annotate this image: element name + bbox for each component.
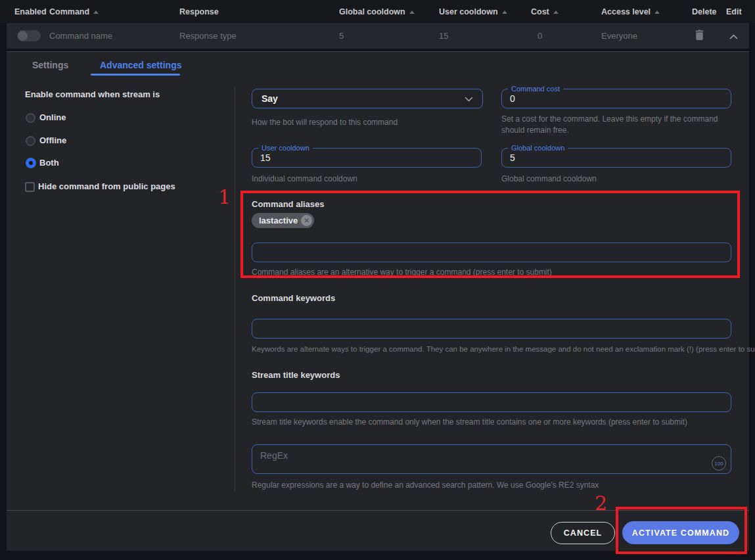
remove-alias-icon[interactable]: ✕ — [301, 215, 312, 226]
keywords-title: Command keywords — [252, 293, 335, 303]
chevron-down-icon — [465, 93, 473, 105]
radio-both-label[interactable]: Both — [39, 158, 59, 168]
enabled-toggle[interactable] — [17, 30, 41, 41]
sort-asc-icon — [409, 11, 415, 14]
command-editor-page: Enabled Command Response Global cooldown… — [0, 0, 755, 560]
column-global-cooldown[interactable]: Global cooldown — [339, 0, 415, 23]
stream-title-keywords-input[interactable] — [252, 392, 731, 412]
radio-offline-label[interactable]: Offline — [39, 135, 66, 145]
chevron-up-icon — [729, 30, 738, 42]
radio-offline[interactable] — [26, 136, 35, 146]
tab-settings[interactable]: Settings — [32, 60, 68, 70]
aliases-helper: Command aliases are an alternative way t… — [252, 268, 552, 277]
hide-command-label[interactable]: Hide command from public pages — [38, 181, 175, 191]
access-level-cell: Everyone — [601, 23, 637, 49]
keywords-helper: Keywords are alternate ways to trigger a… — [252, 345, 755, 353]
char-counter-badge: 100 — [712, 456, 726, 471]
activate-command-button[interactable]: ACTIVATE COMMAND — [622, 521, 739, 544]
sort-asc-icon — [502, 11, 507, 14]
aliases-title: Command aliases — [252, 199, 325, 209]
hide-command-checkbox[interactable] — [25, 182, 35, 192]
alias-chip: lastactive ✕ — [252, 213, 314, 228]
regex-input[interactable] — [252, 444, 731, 474]
regex-field: 100 — [252, 444, 731, 474]
response-type-value: Say — [262, 93, 465, 104]
tab-advanced-settings[interactable]: Advanced settings — [100, 60, 181, 70]
column-delete: Delete — [692, 0, 717, 23]
column-response: Response — [179, 0, 219, 23]
global-cooldown-cell: 5 — [339, 23, 344, 49]
column-cost[interactable]: Cost — [531, 0, 559, 23]
column-edit: Edit — [726, 0, 742, 23]
trash-icon — [695, 30, 704, 43]
user-cooldown-cell: 15 — [439, 23, 448, 49]
sort-asc-icon — [553, 11, 559, 14]
toggle-knob — [18, 31, 28, 41]
column-user-cooldown[interactable]: User cooldown — [439, 0, 507, 23]
user-cooldown-field[interactable]: User cooldown — [252, 148, 482, 168]
user-cooldown-label: User cooldown — [258, 144, 313, 152]
column-access-level[interactable]: Access level — [601, 0, 660, 23]
collapse-row-button[interactable] — [729, 23, 738, 49]
command-cost-label: Command cost — [508, 85, 563, 93]
sort-asc-icon — [93, 11, 99, 14]
global-cooldown-label: Global cooldown — [508, 144, 568, 152]
column-enabled: Enabled — [14, 0, 47, 23]
stream-title-keywords-title: Stream title keywords — [252, 370, 340, 380]
column-command[interactable]: Command — [49, 0, 99, 23]
active-tab-indicator — [91, 74, 180, 76]
command-cost-helper: Set a cost for the command. Leave this e… — [501, 114, 743, 137]
aliases-input[interactable] — [252, 243, 731, 262]
stream-title-keywords-helper: Stream title keywords enable the command… — [252, 417, 687, 427]
commands-table-header: Enabled Command Response Global cooldown… — [0, 0, 755, 23]
command-row: Command name Response type 5 15 0 Everyo… — [7, 23, 749, 49]
stream-state-title: Enable command when stream is — [25, 89, 160, 99]
radio-online-label[interactable]: Online — [39, 112, 66, 122]
global-cooldown-helper: Global command cooldown — [501, 174, 597, 183]
keywords-input[interactable] — [252, 319, 731, 338]
response-type-select[interactable]: Say — [252, 89, 483, 108]
command-cost-field[interactable]: Command cost — [501, 89, 731, 108]
sort-asc-icon — [654, 11, 660, 14]
panel-divider — [235, 86, 235, 492]
radio-both[interactable] — [26, 158, 36, 168]
command-edit-panel: Settings Advanced settings Enable comman… — [7, 51, 749, 551]
response-type-helper: How the bot will respond to this command — [252, 118, 398, 127]
alias-chip-label: lastactive — [259, 216, 298, 225]
cost-cell: 0 — [538, 23, 542, 49]
footer-divider — [7, 510, 749, 511]
global-cooldown-field[interactable]: Global cooldown — [501, 148, 731, 168]
command-name-cell: Command name — [49, 23, 112, 49]
radio-online[interactable] — [26, 113, 35, 123]
response-type-cell: Response type — [179, 23, 237, 49]
user-cooldown-helper: Individual command cooldown — [252, 174, 357, 183]
regex-helper: Regular expressions are a way to define … — [252, 480, 599, 490]
cancel-button[interactable]: CANCEL — [551, 522, 615, 544]
delete-button[interactable] — [695, 23, 704, 49]
